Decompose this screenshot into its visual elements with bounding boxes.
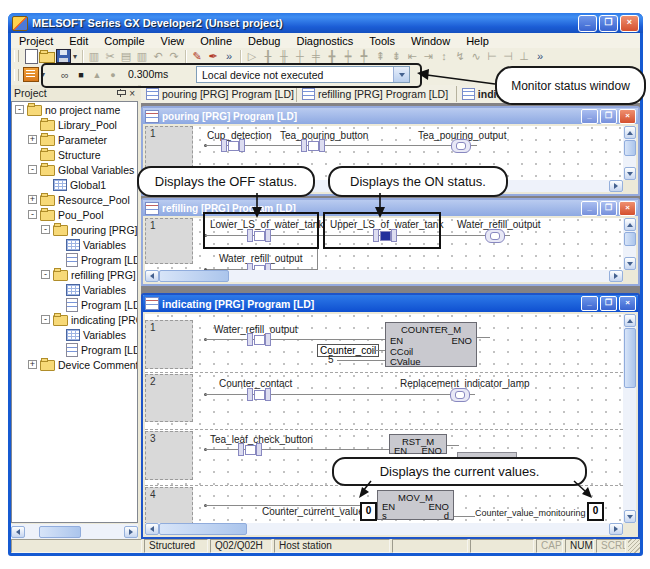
- delete-vertical-line-icon[interactable]: ↯: [452, 49, 468, 63]
- save-dropdown-caret[interactable]: ▾: [71, 49, 79, 63]
- menu-window[interactable]: Window: [403, 35, 458, 47]
- new-file-icon[interactable]: [23, 49, 39, 63]
- coil-symbol[interactable]: [450, 388, 470, 402]
- monitor-pause-icon[interactable]: ●: [105, 68, 121, 82]
- scroll-up-icon[interactable]: [624, 126, 636, 139]
- open-contact-symbol[interactable]: [247, 263, 271, 270]
- tree-item-device-comment[interactable]: +Device Comment: [12, 357, 137, 372]
- open-project-icon[interactable]: [39, 49, 55, 63]
- pouring-titlebar[interactable]: pouring [PRG] Program [LD] _ ❐ ×: [143, 108, 638, 124]
- resize-grip[interactable]: [628, 539, 640, 553]
- rst-function-block[interactable]: RST_M EN ENO: [389, 434, 447, 454]
- ladder-more-chevron[interactable]: »: [532, 49, 548, 63]
- tree-item-indicating-prg[interactable]: -indicating [PRG]: [12, 312, 137, 327]
- mov-function-block[interactable]: MOV_M EN ENO s d: [377, 490, 454, 520]
- select-mode-icon[interactable]: ▷: [244, 49, 260, 63]
- device-status-combobox[interactable]: Local device not executed: [196, 66, 410, 83]
- menu-view[interactable]: View: [153, 35, 193, 47]
- monitor-dropdown-caret[interactable]: ▾: [39, 68, 47, 82]
- more-buttons-chevron[interactable]: »: [221, 49, 237, 63]
- open-contact-symbol[interactable]: [247, 229, 271, 242]
- maximize-button[interactable]: ❐: [600, 296, 617, 311]
- close-button[interactable]: ×: [619, 296, 636, 311]
- refilling-titlebar[interactable]: refilling [PRG] Program [LD] _ ❐ ×: [143, 200, 638, 216]
- tree-item-indicating-program[interactable]: Program [LD]: [12, 342, 137, 357]
- menu-tools[interactable]: Tools: [361, 35, 403, 47]
- maximize-button[interactable]: ❐: [599, 15, 618, 32]
- scroll-down-icon[interactable]: [624, 510, 636, 523]
- scroll-right-icon[interactable]: [609, 270, 623, 282]
- coil-icon[interactable]: ╋: [324, 49, 340, 63]
- vertical-line-icon[interactable]: ⇥: [420, 49, 436, 63]
- scroll-up-icon[interactable]: [624, 218, 636, 231]
- tree-expander[interactable]: +: [28, 195, 37, 204]
- tree-item-global-variables[interactable]: -Global Variables: [12, 162, 137, 177]
- minimize-button[interactable]: _: [578, 15, 597, 32]
- maximize-button[interactable]: ❐: [600, 201, 617, 216]
- open-contact-icon[interactable]: ╂: [260, 49, 276, 63]
- paste-icon[interactable]: ▥: [134, 49, 150, 63]
- pouring-vscrollbar[interactable]: [623, 126, 636, 180]
- pulse-contact-icon[interactable]: ⊢: [484, 49, 500, 63]
- scroll-right-icon[interactable]: [124, 526, 138, 538]
- redo-icon[interactable]: ↷: [166, 49, 182, 63]
- tree-expander[interactable]: -: [41, 315, 50, 324]
- tree-item-resource-pool[interactable]: +Resource_Pool: [12, 192, 137, 207]
- tree-expander[interactable]: +: [28, 135, 37, 144]
- toolbar-grip[interactable]: [14, 69, 19, 81]
- scroll-down-icon[interactable]: [624, 257, 636, 270]
- monitor-mode-icon[interactable]: ∞: [57, 68, 73, 82]
- program-monitor-list-icon[interactable]: [23, 68, 39, 82]
- wire-mode-icon[interactable]: ⊥: [516, 49, 532, 63]
- open-contact-symbol[interactable]: [247, 333, 271, 346]
- close-button[interactable]: ×: [619, 201, 636, 216]
- refilling-vscrollbar[interactable]: [623, 218, 636, 270]
- source-current-value[interactable]: 0: [360, 502, 377, 521]
- indicating-vscrollbar[interactable]: [623, 314, 636, 523]
- open-contact-symbol[interactable]: [238, 443, 262, 456]
- tree-expander[interactable]: -: [41, 270, 50, 279]
- scroll-right-icon[interactable]: [609, 180, 623, 192]
- close-button[interactable]: ×: [620, 15, 639, 32]
- scroll-left-icon[interactable]: [11, 526, 25, 538]
- tree-item-parameter[interactable]: +Parameter: [12, 132, 137, 147]
- cut-icon[interactable]: ✂: [102, 49, 118, 63]
- tree-item-pouring-variables[interactable]: Variables: [12, 237, 137, 252]
- tree-expander[interactable]: -: [15, 105, 24, 114]
- project-tree-hscrollbar[interactable]: [11, 524, 138, 539]
- refilling-ladder-editor[interactable]: 1 Lower_LS_of_water_tank Upper_LS_of_wat…: [145, 218, 623, 270]
- refilling-hscrollbar[interactable]: [145, 270, 623, 282]
- open-contact-symbol[interactable]: [301, 139, 325, 152]
- monitor-stop-icon[interactable]: ■: [73, 68, 89, 82]
- menu-project[interactable]: Project: [11, 35, 61, 47]
- tree-item-root[interactable]: -no project name: [12, 102, 137, 117]
- tree-item-pouring-program[interactable]: Program [LD]: [12, 252, 137, 267]
- application-instruction-icon[interactable]: ┿: [340, 49, 356, 63]
- scroll-left-icon[interactable]: [145, 523, 159, 535]
- tree-expander[interactable]: -: [41, 225, 50, 234]
- pin-icon[interactable]: [116, 89, 125, 98]
- toolbar-grip[interactable]: [14, 50, 19, 62]
- menu-edit[interactable]: Edit: [61, 35, 96, 47]
- tree-item-structure[interactable]: Structure: [12, 147, 137, 162]
- indicating-titlebar[interactable]: indicating [PRG] Program [LD] _ ❐ ×: [143, 295, 638, 312]
- menu-online[interactable]: Online: [192, 35, 240, 47]
- rising-pulse-branch-icon[interactable]: ⇟: [388, 49, 404, 63]
- maximize-button[interactable]: ❐: [600, 109, 617, 124]
- tree-expander[interactable]: -: [28, 165, 37, 174]
- menu-compile[interactable]: Compile: [96, 35, 152, 47]
- program-check-icon[interactable]: ✒: [205, 49, 221, 63]
- comparison-box-icon[interactable]: ⊣: [500, 49, 516, 63]
- tree-item-indicating-variables[interactable]: Variables: [12, 327, 137, 342]
- combobox-dropdown-button[interactable]: [393, 67, 409, 82]
- tree-expander[interactable]: +: [28, 360, 37, 369]
- scroll-left-icon[interactable]: [145, 270, 159, 282]
- counter-function-block[interactable]: COUNTER_M EN ENO CCoil CValue: [385, 322, 477, 367]
- minimize-button[interactable]: _: [581, 201, 598, 216]
- print-icon[interactable]: ▥: [86, 49, 102, 63]
- close-button[interactable]: ×: [619, 109, 636, 124]
- counter-coil-varbox[interactable]: Counter_coil: [317, 344, 379, 357]
- open-branch-icon[interactable]: ┼: [292, 49, 308, 63]
- indicating-hscrollbar[interactable]: [145, 523, 623, 535]
- open-contact-symbol[interactable]: [247, 388, 271, 401]
